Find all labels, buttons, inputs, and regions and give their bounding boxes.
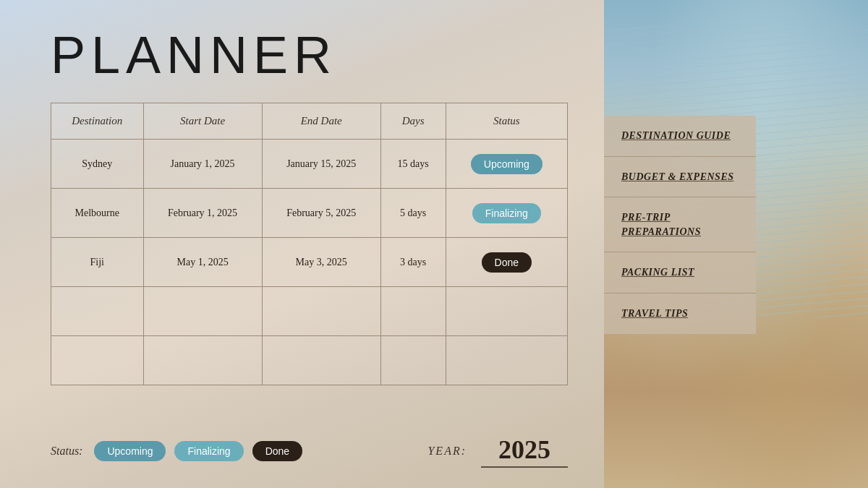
col-header-end-date: End Date — [262, 103, 380, 140]
cell-end-1: February 5, 2025 — [262, 189, 380, 238]
cell-status-0: Upcoming — [446, 140, 567, 189]
nav-item-label-1: BUDGET & EXPENSES — [621, 171, 734, 182]
table-header-row: Destination Start Date End Date Days Sta… — [51, 103, 568, 140]
cell-destination-1: Melbourne — [51, 189, 144, 238]
col-header-destination: Destination — [51, 103, 144, 140]
nav-item-label-4: TRAVEL TIPS — [621, 308, 688, 319]
status-badge-0: Upcoming — [471, 154, 542, 174]
cell-days-2: 3 days — [380, 238, 446, 287]
nav-item-label-0: DESTINATION GUIDE — [621, 130, 731, 141]
table-row: Sydney January 1, 2025 January 15, 2025 … — [51, 140, 568, 189]
nav-item-label-3: PACKING LIST — [621, 267, 694, 278]
planner-table: Destination Start Date End Date Days Sta… — [51, 103, 568, 385]
status-label: Status: — [51, 445, 82, 458]
badge-done: Done — [252, 441, 302, 461]
right-panel: DESTINATION GUIDEBUDGET & EXPENSESPRE-TR… — [604, 0, 868, 488]
nav-item-4[interactable]: TRAVEL TIPS — [604, 294, 756, 334]
cell-start-1: February 1, 2025 — [143, 189, 262, 238]
year-section: YEAR: 2025 — [427, 435, 568, 468]
table-row: Fiji May 1, 2025 May 3, 2025 3 days Done — [51, 238, 568, 287]
app-title: PLANNER — [51, 29, 568, 81]
col-header-days: Days — [380, 103, 446, 140]
cell-destination-2: Fiji — [51, 238, 144, 287]
cell-end-0: January 15, 2025 — [262, 140, 380, 189]
nav-menu: DESTINATION GUIDEBUDGET & EXPENSESPRE-TR… — [604, 116, 756, 334]
nav-item-3[interactable]: PACKING LIST — [604, 252, 756, 294]
status-badge-1: Finalizing — [472, 203, 541, 223]
empty-row — [51, 336, 568, 385]
badge-finalizing: Finalizing — [174, 441, 243, 461]
cell-destination-0: Sydney — [51, 140, 144, 189]
left-panel: PLANNER Destination Start Date End Date … — [0, 0, 604, 488]
cell-days-1: 5 days — [380, 189, 446, 238]
footer: Status: Upcoming Finalizing Done YEAR: 2… — [51, 435, 568, 468]
year-label: YEAR: — [427, 445, 467, 458]
nav-item-0[interactable]: DESTINATION GUIDE — [604, 116, 756, 157]
cell-start-2: May 1, 2025 — [143, 238, 262, 287]
cell-status-1: Finalizing — [446, 189, 567, 238]
nav-item-1[interactable]: BUDGET & EXPENSES — [604, 157, 756, 198]
year-value: 2025 — [481, 435, 568, 468]
cell-end-2: May 3, 2025 — [262, 238, 380, 287]
cell-days-0: 15 days — [380, 140, 446, 189]
status-badge-2: Done — [482, 252, 532, 273]
badge-upcoming: Upcoming — [94, 441, 166, 461]
status-legend: Status: Upcoming Finalizing Done — [51, 441, 302, 461]
cell-status-2: Done — [446, 238, 567, 287]
table-row: Melbourne February 1, 2025 February 5, 2… — [51, 189, 568, 238]
nav-item-2[interactable]: PRE-TRIP PREPARATIONS — [604, 197, 756, 252]
col-header-start-date: Start Date — [143, 103, 262, 140]
col-header-status: Status — [446, 103, 567, 140]
empty-row — [51, 287, 568, 336]
nav-item-label-2: PRE-TRIP PREPARATIONS — [621, 212, 701, 237]
cell-start-0: January 1, 2025 — [143, 140, 262, 189]
